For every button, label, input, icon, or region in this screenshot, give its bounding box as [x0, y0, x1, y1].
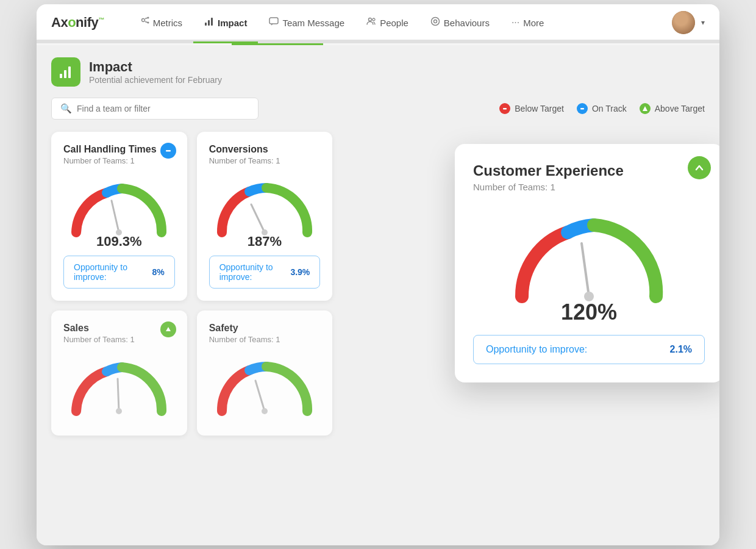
app-logo: Axonify™ [51, 15, 104, 30]
svg-rect-13 [60, 74, 62, 78]
nav-bar: Axonify™ Metrics [37, 4, 719, 43]
page-subtitle: Potential achievement for February [89, 75, 222, 85]
cards-grid: Call Handling Times Number of Teams: 1 [51, 132, 478, 436]
nav-item-impact[interactable]: Impact [193, 4, 258, 43]
more-label: More [523, 18, 544, 28]
metrics-icon [140, 16, 149, 29]
nav-item-more[interactable]: ··· More [501, 4, 555, 43]
page-header: Impact Potential achievement for Februar… [51, 57, 705, 87]
popup-subtitle: Number of Teams: 1 [473, 182, 705, 192]
metrics-label: Metrics [153, 18, 182, 28]
chevron-up-icon [694, 163, 704, 173]
people-icon [366, 16, 376, 29]
svg-rect-15 [68, 66, 71, 78]
svg-point-9 [369, 18, 372, 21]
card-sales[interactable]: Sales Number of Teams: 1 [51, 310, 187, 436]
search-icon: 🔍 [60, 103, 72, 114]
popup-opp-value: 2.1% [670, 344, 692, 355]
behaviours-label: Behaviours [444, 18, 490, 28]
nav-item-people[interactable]: People [355, 4, 419, 43]
card-call-handling-badge [160, 143, 176, 159]
nav-right: ▾ [672, 11, 705, 34]
nav-item-metrics[interactable]: Metrics [129, 4, 193, 43]
opp-value-1: 3.9% [290, 267, 310, 277]
svg-rect-7 [211, 18, 213, 26]
svg-line-32 [582, 243, 589, 296]
opp-value-0: 8% [152, 267, 164, 277]
nav-item-behaviours[interactable]: Behaviours [419, 4, 501, 43]
card-call-handling-gauge: 109.3% [63, 171, 175, 249]
svg-point-4 [147, 22, 149, 24]
card-safety-subtitle: Number of Teams: 1 [209, 335, 321, 344]
page-icon [51, 57, 80, 87]
search-bar[interactable]: 🔍 [51, 98, 259, 120]
behaviours-icon [430, 16, 440, 29]
card-safety-title: Safety [209, 323, 321, 334]
logo-accent: o [68, 15, 76, 30]
card-conversions-opportunity: Opportunity to improve: 3.9% [209, 256, 321, 289]
card-call-handling-title: Call Handling Times [63, 144, 175, 155]
impact-icon [204, 16, 214, 29]
nav-item-team-message[interactable]: Team Message [258, 4, 355, 43]
card-sales-title: Sales [63, 323, 175, 334]
svg-line-30 [255, 381, 265, 411]
svg-point-31 [262, 408, 268, 414]
legend-on-track: On Track [576, 102, 627, 115]
card-safety-gauge [209, 350, 321, 417]
svg-rect-17 [503, 108, 507, 110]
svg-rect-5 [205, 23, 207, 26]
svg-line-23 [112, 201, 119, 232]
svg-line-28 [118, 379, 119, 411]
nav-items: Metrics Impact [129, 4, 672, 41]
svg-marker-27 [166, 327, 171, 331]
popup-opp-label: Opportunity to improve: [486, 344, 587, 355]
opp-label-0: Opportunity to improve: [74, 262, 152, 282]
card-safety[interactable]: Safety Number of Teams: 1 [197, 310, 333, 436]
popup-opportunity: Opportunity to improve: 2.1% [473, 335, 705, 364]
svg-point-12 [433, 20, 437, 23]
svg-rect-6 [208, 20, 210, 26]
card-conversions-value: 187% [248, 234, 282, 249]
people-label: People [380, 18, 408, 28]
avatar-image [672, 11, 695, 34]
page-content: Impact Potential achievement for Februar… [37, 45, 719, 545]
popup-title: Customer Experience [473, 162, 705, 179]
svg-rect-14 [64, 70, 66, 78]
card-conversions-subtitle: Number of Teams: 1 [209, 156, 321, 165]
legend-below-label: Below Target [515, 104, 564, 113]
svg-rect-22 [166, 150, 171, 152]
svg-point-11 [431, 18, 439, 26]
popup-close-button[interactable] [688, 156, 711, 179]
card-conversions-title: Conversions [209, 144, 321, 155]
card-conversions[interactable]: Conversions Number of Teams: 1 187% [197, 132, 333, 301]
page-title: Impact [89, 59, 222, 75]
app-container: Axonify™ Metrics [37, 4, 719, 545]
legend-above-label: Above Target [655, 104, 705, 113]
team-message-icon [269, 16, 279, 29]
opp-label-1: Opportunity to improve: [219, 262, 291, 282]
svg-point-29 [116, 408, 122, 414]
avatar[interactable] [672, 11, 695, 34]
card-call-handling-subtitle: Number of Teams: 1 [63, 156, 175, 165]
page-header-text: Impact Potential achievement for Februar… [89, 59, 222, 85]
card-sales-gauge [63, 350, 175, 417]
below-target-icon [499, 102, 511, 115]
legend: Below Target On Track Above Target [499, 102, 705, 115]
legend-above: Above Target [639, 102, 705, 115]
chevron-down-icon[interactable]: ▾ [701, 18, 705, 27]
search-input[interactable] [77, 104, 249, 113]
more-dots-icon: ··· [512, 17, 519, 28]
cards-area: Call Handling Times Number of Teams: 1 [51, 132, 705, 436]
team-message-label: Team Message [282, 18, 344, 28]
svg-rect-8 [269, 18, 278, 24]
card-sales-subtitle: Number of Teams: 1 [63, 335, 175, 344]
card-call-handling-opportunity: Opportunity to improve: 8% [63, 256, 175, 289]
card-sales-badge [160, 321, 176, 337]
svg-point-10 [373, 18, 375, 21]
above-target-icon [639, 102, 651, 115]
card-call-handling-value: 109.3% [96, 234, 142, 249]
legend-on-track-label: On Track [592, 104, 627, 113]
card-conversions-gauge: 187% [209, 171, 321, 249]
popup-card: Customer Experience Number of Teams: 1 [455, 144, 719, 382]
card-call-handling[interactable]: Call Handling Times Number of Teams: 1 [51, 132, 187, 301]
